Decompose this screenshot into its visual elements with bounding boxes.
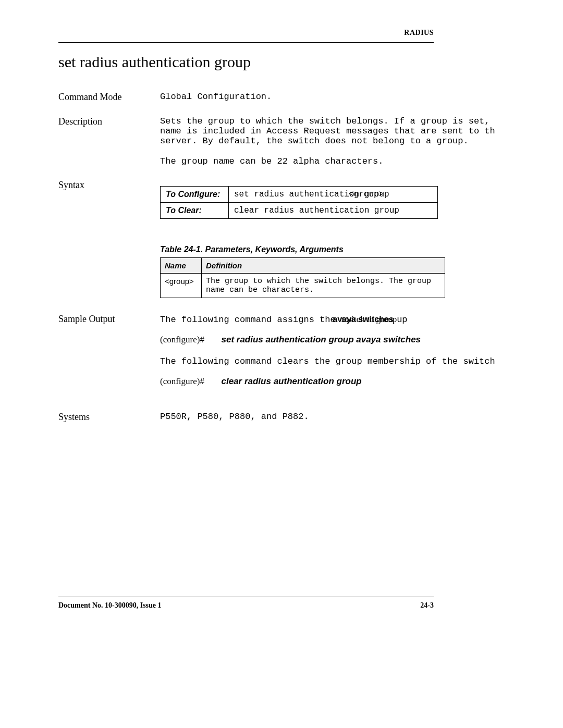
value-systems: P550R, P580, P880, and P882. (160, 412, 507, 423)
document-page: RADIUS set radius authentication group C… (58, 29, 507, 436)
sample-cmd1-text: set radius authentication group avaya sw… (221, 335, 421, 344)
row-sample-output: Sample Output The following command assi… (58, 314, 507, 398)
param-name-cell: <group> (161, 274, 202, 298)
param-def-cell: The group to which the switch belongs. T… (202, 274, 445, 298)
value-command-mode: Global Configuration. (160, 92, 507, 103)
table-row: <group> The group to which the switch be… (161, 274, 445, 298)
row-command-mode: Command Mode Global Configuration. (58, 92, 507, 103)
page-title: set radius authentication group (58, 53, 507, 71)
param-table-caption: Table 24-1. Parameters, Keywords, Argume… (160, 245, 507, 254)
row-description: Description Sets the group to which the … (58, 116, 507, 166)
description-p1: Sets the group to which the switch belon… (160, 116, 507, 146)
table-row: To Clear: clear radius authentication gr… (161, 203, 438, 219)
syntax-row-label: To Clear: (161, 203, 229, 219)
table-row: To Configure: set radius authentication … (161, 187, 438, 203)
col-header-def: Definition (202, 258, 445, 274)
sample-line2: The following command clears the group m… (160, 356, 507, 366)
syntax-row-value: clear radius authentication group (229, 203, 438, 219)
label-command-mode: Command Mode (58, 92, 160, 103)
footer-doc-no: Document No. 10-300090, Issue 1 (58, 601, 162, 610)
config-prompt: (configure)# (160, 335, 204, 344)
syntax-table: To Configure: set radius authentication … (160, 186, 438, 219)
label-sample-output: Sample Output (58, 314, 160, 398)
description-p2: The group name can be 22 alpha character… (160, 156, 507, 166)
sample-cmd2: (configure)# clear radius authentication… (160, 376, 507, 387)
header-rule (58, 42, 434, 43)
col-header-name: Name (161, 258, 202, 274)
footer-rule (58, 597, 434, 597)
config-prompt: (configure)# (160, 376, 204, 386)
table-header-row: Name Definition (161, 258, 445, 274)
page-footer: Document No. 10-300090, Issue 1 24-3 (58, 597, 434, 610)
syntax-row-value: set radius authentication group <group> (229, 187, 438, 203)
label-syntax: Syntax (58, 180, 160, 298)
sample-cmd2-text: clear radius authentication group (221, 376, 361, 386)
row-syntax: Syntax To Configure: set radius authenti… (58, 180, 507, 298)
label-systems: Systems (58, 412, 160, 423)
label-description: Description (58, 116, 160, 166)
sample-line1: The following command assigns the switch… (160, 314, 507, 325)
row-systems: Systems P550R, P580, P880, and P882. (58, 412, 507, 423)
syntax-row-label: To Configure: (161, 187, 229, 203)
section-header: RADIUS (58, 29, 434, 37)
footer-page-no: 24-3 (420, 601, 434, 610)
sample-cmd1: (configure)# set radius authentication g… (160, 334, 507, 345)
param-table: Name Definition <group> The group to whi… (160, 257, 445, 298)
